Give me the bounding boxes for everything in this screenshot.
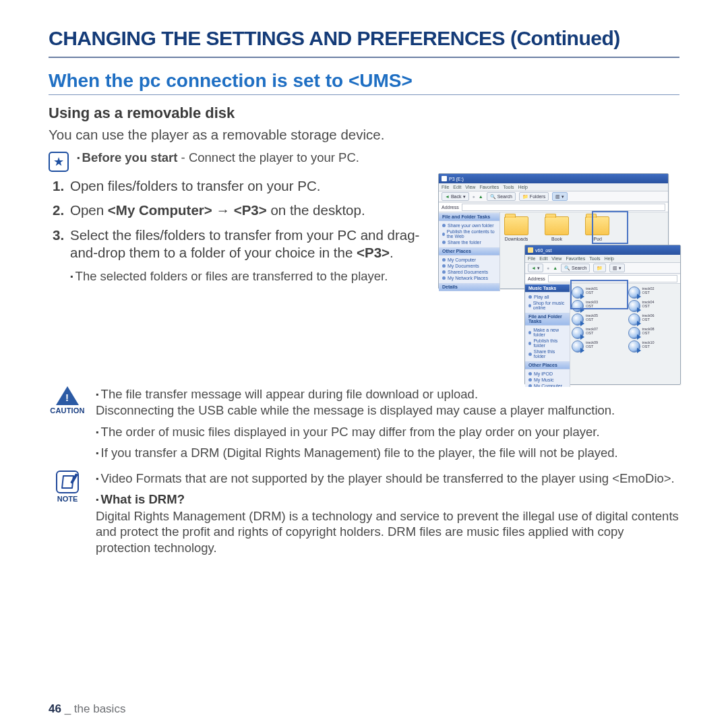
address-bar: Address <box>439 202 668 212</box>
wma-icon <box>572 340 584 353</box>
media-file[interactable]: track07OST <box>572 327 623 339</box>
search-button[interactable]: 🔍Search <box>487 192 516 201</box>
folder-item[interactable]: Book <box>545 216 569 241</box>
sidebar: Music Tasks Play all Shop for music onli… <box>525 284 570 387</box>
step-1: 1.Open files/folders to transfer on your… <box>53 177 431 195</box>
window-menubar: FileEditViewFavoritesToolsHelp <box>525 255 680 263</box>
wma-icon <box>572 300 584 312</box>
note-bullet: Video Formats that are not supported by … <box>96 471 679 487</box>
note-icon <box>56 471 79 493</box>
window-toolbar: ◄Back▾ ● ▲ 🔍Search 📁Folders ▥▾ <box>439 191 668 202</box>
wma-icon <box>628 313 640 326</box>
folder-item[interactable]: Downloads <box>504 216 528 241</box>
address-input[interactable] <box>548 275 677 282</box>
page-title: CHANGING THE SETTINGS AND PREFERENCES (C… <box>49 27 679 58</box>
views-button[interactable]: ▥▾ <box>552 192 568 201</box>
media-file[interactable]: track09OST <box>572 340 623 353</box>
back-button[interactable]: ◄▾ <box>528 264 543 272</box>
intro-paragraph: You can use the player as a removable st… <box>49 126 679 144</box>
window-toolbar: ◄▾ ●▲ 🔍Search 📁 ▥▾ <box>525 263 680 274</box>
media-file[interactable]: track06OST <box>628 313 679 326</box>
note-label: NOTE <box>49 495 86 503</box>
caution-icon <box>56 386 79 405</box>
media-file[interactable]: track01OST <box>572 286 623 299</box>
media-file[interactable]: track10OST <box>628 340 679 353</box>
address-bar: Address <box>525 274 680 284</box>
address-input[interactable] <box>462 204 665 211</box>
media-file[interactable]: track03OST <box>572 300 623 312</box>
step-2: 2.Open <My Computer> → <P3> on the deskt… <box>53 202 431 219</box>
star-icon: ★ <box>49 152 69 172</box>
wma-icon <box>572 286 584 299</box>
media-file[interactable]: track02OST <box>628 286 679 299</box>
media-file[interactable]: track04OST <box>628 300 679 312</box>
wma-icon <box>628 300 640 312</box>
sidebar: File and Folder Tasks Share your own fol… <box>439 212 500 291</box>
search-button[interactable]: 🔍Search <box>561 264 590 272</box>
folder-icon <box>504 216 528 235</box>
media-file[interactable]: track08OST <box>628 327 679 339</box>
drm-answer: Digital Rights Management (DRM) is a tec… <box>96 508 679 556</box>
caution-bullet: If you transfer a DRM (Digital Rights Ma… <box>96 445 679 461</box>
wma-icon <box>628 327 640 339</box>
wma-icon <box>628 286 640 299</box>
folder-icon <box>545 216 569 235</box>
window-titlebar: v60_ost <box>525 245 680 255</box>
page-footer: 46 _ the basics <box>49 702 125 716</box>
subheading: Using as a removable disk <box>49 104 679 122</box>
explorer-window-2: v60_ost FileEditViewFavoritesToolsHelp ◄… <box>524 245 681 385</box>
section-subtitle: When the pc connection is set to <UMS> <box>49 70 679 95</box>
figure-explorer-windows: P3 (E:) FileEditViewFavoritesToolsHelp ◄… <box>438 173 679 384</box>
before-you-start: Before you start - Connect the player to… <box>77 150 359 165</box>
media-file[interactable]: track05OST <box>572 313 623 326</box>
wma-icon <box>628 340 640 353</box>
views-button[interactable]: ▥▾ <box>609 264 625 272</box>
wma-icon <box>572 313 584 326</box>
folder-item[interactable]: iPod <box>585 216 609 241</box>
folders-button[interactable]: 📁 <box>593 264 606 272</box>
window-menubar: FileEditViewFavoritesToolsHelp <box>439 183 668 191</box>
wma-icon <box>572 327 584 339</box>
sub-bullet: The selected folders or files are transf… <box>53 268 431 284</box>
caution-label: CAUTION <box>49 406 86 415</box>
window-titlebar: P3 (E:) <box>439 174 668 183</box>
folders-button[interactable]: 📁Folders <box>519 192 549 201</box>
folder-icon <box>585 216 609 235</box>
caution-bullet: The file transfer message will appear du… <box>96 386 679 418</box>
step-3: 3.Select the files/folders to transfer f… <box>53 226 431 262</box>
caution-bullet: The order of music files displayed in yo… <box>96 424 679 440</box>
drm-question: What is DRM? <box>96 492 679 507</box>
back-button[interactable]: ◄Back▾ <box>442 192 469 201</box>
file-view: track01OST track02OST track03OST track04… <box>570 284 680 387</box>
